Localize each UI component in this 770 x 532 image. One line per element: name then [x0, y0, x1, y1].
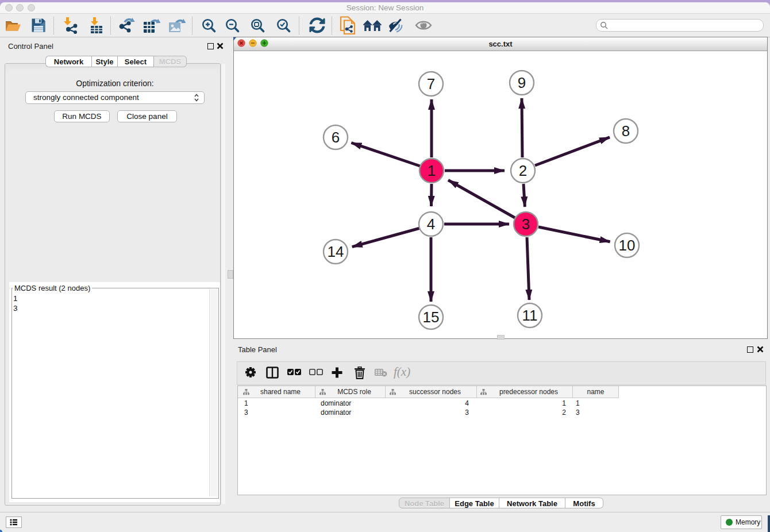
svg-text:7: 7: [427, 75, 435, 92]
svg-text:4: 4: [427, 215, 435, 233]
svg-text:8: 8: [622, 122, 630, 140]
svg-text:9: 9: [518, 74, 526, 91]
svg-text:11: 11: [522, 307, 538, 324]
svg-text:15: 15: [423, 309, 440, 326]
svg-text:10: 10: [619, 237, 636, 254]
svg-text:2: 2: [519, 162, 527, 179]
svg-text:6: 6: [332, 129, 340, 146]
svg-text:1: 1: [428, 162, 436, 179]
svg-text:14: 14: [328, 243, 344, 260]
svg-text:3: 3: [522, 215, 530, 233]
